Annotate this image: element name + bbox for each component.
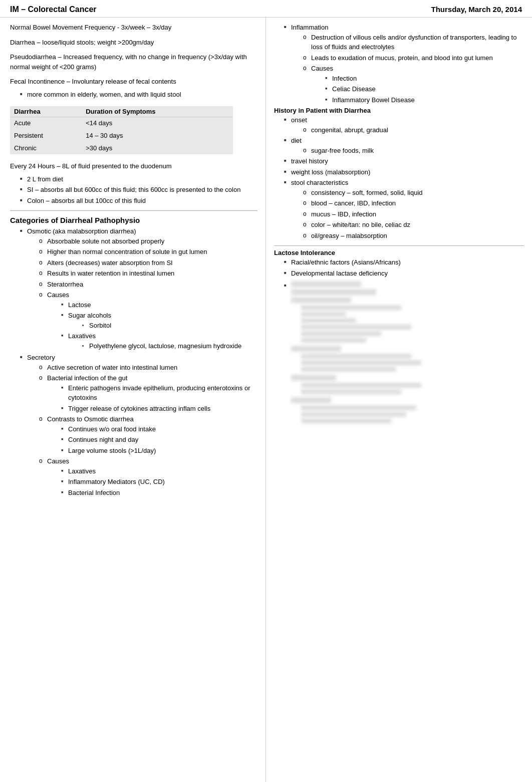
secretory-causes-outer: Causes Laxatives Inflammatory Mediators … <box>27 456 257 497</box>
secretory-contrast-list: Contrasts to Osmotic diarrhea Continues … <box>27 414 257 455</box>
fecal-incontinence-def: Fecal Incontinence – Involuntary release… <box>10 77 257 87</box>
diarrhea-table-section: Diarrhea Duration of Symptoms Acute<14 d… <box>10 106 257 154</box>
lactose-list: Racial/ethnic factors (Asians/Africans) … <box>274 257 524 423</box>
inflammation-item-3: Causes Infection Celiac Disease Inflamma… <box>303 64 524 105</box>
osmotic-laxatives-types: Polyethylene glycol, lactulose, magnesiu… <box>82 341 257 351</box>
secretory-contrast-1: Continues w/o oral food intake <box>61 424 257 434</box>
secretory-contrast: Contrasts to Osmotic diarrhea Continues … <box>39 414 257 455</box>
history-section: History in Patient with Diarrhea onset c… <box>274 107 524 240</box>
inflammation-item-1: Destruction of villous cells and/or dysf… <box>303 33 524 52</box>
osmotic-heading: Osmotic (aka malabsorption diarrhea) Abs… <box>20 226 257 351</box>
fecal-incontinence-section: Fecal Incontinence – Involuntary release… <box>10 77 257 99</box>
inflammation-item: Inflammation Destruction of villous cell… <box>284 23 524 105</box>
history-heading: History in Patient with Diarrhea <box>274 107 524 114</box>
inflammation-list: Inflammation Destruction of villous cell… <box>274 23 524 105</box>
osmotic-items: Absorbable solute not absorbed properlyH… <box>27 236 257 290</box>
table-col1-header: Diarrhea <box>10 106 82 117</box>
lactose-heading: Lactose Intolerance <box>274 249 524 256</box>
infl-cause-2: Celiac Disease <box>325 84 524 94</box>
history-onset: onset congenital, abrupt, gradual <box>284 115 524 135</box>
osmotic-item: Results in water retention in intestinal… <box>39 269 257 279</box>
fluids-heading: Every 24 Hours – 8L of fluid presented t… <box>10 161 257 171</box>
diarrhea-def: Diarrhea – loose/liquid stools; weight >… <box>10 38 257 48</box>
secretory-cause-3: Bacterial Infection <box>61 488 257 498</box>
infl-cause-3: Inflammatory Bowel Disease <box>325 95 524 105</box>
fluids-item: Colon – absorbs all but 100cc of this fl… <box>20 196 257 206</box>
fluids-item: SI – absorbs all but 600cc of this fluid… <box>20 185 257 195</box>
osmotic-lactose: Lactose <box>61 300 257 310</box>
secretory-contrast-3: Large volume stools (>1L/day) <box>61 446 257 456</box>
secretory-item: Secretory Active secretion of water into… <box>20 353 257 497</box>
fecal-incontinence-note: more common in elderly, women, and with … <box>20 90 257 100</box>
stool-sub-list: consistency – soft, formed, solid, liqui… <box>291 188 524 241</box>
osmotic-item: Alters (decreases) water absorption from… <box>39 258 257 268</box>
history-diet-sub: sugar-free foods, milk <box>303 146 524 156</box>
osmotic-item: Steratorrhea <box>39 280 257 290</box>
secretory-cause-items: Laxatives Inflammatory Mediators (UC, CD… <box>47 466 257 498</box>
secretory-sub-1: Enteric pathogens invade epithelium, pro… <box>61 383 257 403</box>
osmotic-causes-list: Causes Lactose Sugar alcohols Sorbit <box>27 290 257 351</box>
secretory-cause-1: Laxatives <box>61 466 257 476</box>
history-diet: diet sugar-free foods, milk <box>284 136 524 155</box>
stool-mucus: mucus – IBD, infection <box>303 209 524 219</box>
page-title: IM – Colorectal Cancer <box>10 5 97 14</box>
osmotic-cause-items: Lactose Sugar alcohols Sorbitol <box>47 300 257 351</box>
normal-bowel-section: Normal Bowel Movement Frequency - 3x/wee… <box>10 23 257 33</box>
pseudodiarrhea-section: Pseudodiarrhea – Increased frequency, wi… <box>10 52 257 72</box>
secretory-sub-items: Enteric pathogens invade epithelium, pro… <box>47 383 257 414</box>
table-row-type: Persistent <box>10 130 82 142</box>
history-list: onset congenital, abrupt, gradual diet s… <box>274 115 524 240</box>
inflammation-items: Destruction of villous cells and/or dysf… <box>291 33 524 105</box>
history-weight-loss: weight loss (malabsorption) <box>284 167 524 177</box>
osmotic-item: Higher than normal concentration of solu… <box>39 247 257 257</box>
right-column: Inflammation Destruction of villous cell… <box>266 18 532 782</box>
osmotic-cause-label: Causes Lactose Sugar alcohols Sorbit <box>39 290 257 351</box>
infl-cause-1: Infection <box>325 74 524 84</box>
diarrhea-table: Diarrhea Duration of Symptoms Acute<14 d… <box>10 106 233 154</box>
left-column: Normal Bowel Movement Frequency - 3x/wee… <box>0 18 266 782</box>
divider-right <box>274 245 524 246</box>
secretory-contrast-2: Continues night and day <box>61 435 257 445</box>
lactose-item-2: Developmental lactase deficiency <box>284 269 524 279</box>
table-col2-header: Duration of Symptoms <box>82 106 232 117</box>
main-content: Normal Bowel Movement Frequency - 3x/wee… <box>0 18 532 782</box>
inflammation-causes: Infection Celiac Disease Inflammatory Bo… <box>311 74 524 105</box>
stool-blood: blood – cancer, IBD, infection <box>303 198 524 208</box>
lactose-item-3 <box>284 281 524 423</box>
secretory-sub-2: Trigger release of cytokines attracting … <box>61 404 257 414</box>
osmotic-list: Osmotic (aka malabsorption diarrhea) Abs… <box>10 226 257 351</box>
fluids-list: 2 L from dietSI – absorbs all but 600cc … <box>10 174 257 206</box>
secretory-item-1: Active secretion of water into intestina… <box>39 363 257 373</box>
secretory-basic-items: Active secretion of water into intestina… <box>27 363 257 414</box>
categories-heading: Categories of Diarrheal Pathophysio <box>10 216 257 224</box>
secretory-causes-label: Causes Laxatives Inflammatory Mediators … <box>39 456 257 497</box>
normal-bowel-text: Normal Bowel Movement Frequency - 3x/wee… <box>10 23 257 33</box>
table-row-duration: <14 days <box>82 117 232 130</box>
divider-1 <box>10 210 257 211</box>
stool-color: color – white/tan: no bile, celiac dz <box>303 220 524 230</box>
history-travel: travel history <box>284 156 524 166</box>
osmotic-sorbitol: Sorbitol <box>82 321 257 331</box>
header: IM – Colorectal Cancer Thursday, March 2… <box>0 0 532 18</box>
osmotic-item: Absorbable solute not absorbed properly <box>39 236 257 246</box>
secretory-contrast-sub: Continues w/o oral food intake Continues… <box>47 424 257 456</box>
pseudodiarrhea-def: Pseudodiarrhea – Increased frequency, wi… <box>10 52 257 72</box>
lactose-item-1: Racial/ethnic factors (Asians/Africans) <box>284 257 524 268</box>
osmotic-sugar-alcohols: Sugar alcohols Sorbitol <box>61 311 257 330</box>
page: IM – Colorectal Cancer Thursday, March 2… <box>0 0 532 782</box>
page-date: Thursday, March 20, 2014 <box>431 5 522 14</box>
stool-oil: oil/greasy – malabsorption <box>303 231 524 241</box>
secretory-list: Secretory Active secretion of water into… <box>10 353 257 497</box>
diarrhea-section: Diarrhea – loose/liquid stools; weight >… <box>10 38 257 48</box>
secretory-item-2: Bacterial infection of the gut Enteric p… <box>39 373 257 413</box>
table-row-duration: >30 days <box>82 142 232 155</box>
table-row-type: Chronic <box>10 142 82 155</box>
lactose-section: Lactose Intolerance Racial/ethnic factor… <box>274 249 524 423</box>
table-row-type: Acute <box>10 117 82 130</box>
osmotic-laxatives: Laxatives Polyethylene glycol, lactulose… <box>61 331 257 351</box>
inflammation-item-2: Leads to exudation of mucus, protein, an… <box>303 53 524 63</box>
fluids-section: Every 24 Hours – 8L of fluid presented t… <box>10 161 257 205</box>
table-row-duration: 14 – 30 days <box>82 130 232 142</box>
history-stool: stool characteristics consistency – soft… <box>284 178 524 240</box>
secretory-cause-2: Inflammatory Mediators (UC, CD) <box>61 477 257 487</box>
